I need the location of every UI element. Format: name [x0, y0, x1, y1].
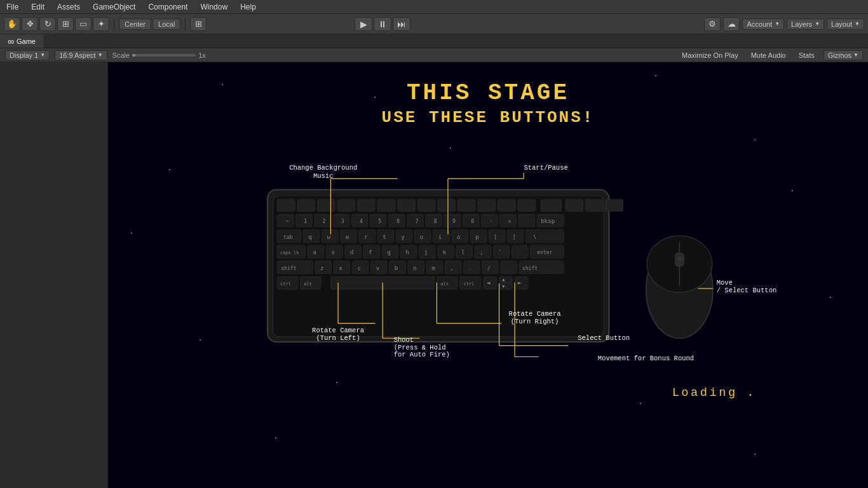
menu-help[interactable]: Help [238, 1, 259, 13]
svg-text:q: q [308, 233, 312, 240]
svg-rect-32 [519, 214, 535, 227]
layout-dropdown[interactable]: Layout ▼ [827, 18, 864, 30]
left-panel [0, 62, 108, 488]
svg-text:0: 0 [471, 218, 474, 224]
move-tool[interactable]: ✥ [22, 17, 38, 31]
svg-text:j: j [424, 248, 428, 255]
toolbar: ✋ ✥ ↻ ⊞ ▭ ✦ Center Local ⊞ ▶ ⏸ ⏭ ⚙ ☁ Acc… [0, 14, 868, 34]
svg-text:(Turn Left): (Turn Left) [316, 334, 360, 342]
svg-text:e: e [346, 233, 349, 240]
svg-text:8: 8 [434, 218, 437, 224]
pivot-center-btn[interactable]: Center [119, 18, 151, 30]
account-dropdown[interactable]: Account ▼ [742, 18, 784, 30]
game-tab-label: Game [17, 37, 36, 45]
stats-btn[interactable]: Stats [795, 51, 818, 60]
svg-text:alt: alt [440, 281, 449, 287]
game-tab[interactable]: ∞ Game [0, 34, 44, 48]
tab-bar: ∞ Game [0, 34, 868, 48]
menu-assets[interactable]: Assets [55, 1, 83, 13]
svg-text:]: ] [513, 234, 516, 240]
aspect-chevron: ▼ [98, 52, 103, 58]
maximize-on-play-btn[interactable]: Maximize On Play [678, 51, 742, 60]
svg-text:(Turn Right): (Turn Right) [511, 318, 559, 325]
step-button[interactable]: ⏭ [393, 17, 410, 31]
svg-text:Loading .: Loading . [672, 386, 756, 400]
sep-2 [185, 18, 186, 30]
svg-text:(Press & Hold: (Press & Hold [394, 344, 446, 351]
svg-text:c: c [357, 264, 361, 271]
svg-rect-8 [398, 200, 416, 212]
svg-text:t: t [383, 233, 386, 240]
svg-text:Change Background: Change Background [289, 164, 357, 172]
svg-rect-12 [478, 200, 496, 212]
svg-text:a: a [313, 248, 316, 255]
svg-text:2: 2 [323, 218, 326, 224]
svg-rect-17 [585, 200, 603, 212]
svg-rect-11 [458, 200, 475, 212]
hand-tool[interactable]: ✋ [4, 17, 20, 31]
collab-cloud-btn[interactable]: ☁ [723, 17, 740, 31]
svg-text:;: ; [480, 249, 483, 255]
svg-rect-139 [499, 283, 513, 289]
svg-text:,: , [450, 265, 453, 271]
right-toolbar: ⚙ ☁ Account ▼ Layers ▼ Layout ▼ [704, 17, 864, 31]
snap-btn[interactable]: ⊞ [190, 17, 207, 31]
svg-rect-16 [565, 200, 583, 212]
svg-text:l: l [461, 248, 465, 255]
svg-rect-3 [297, 200, 315, 212]
gizmos-dropdown[interactable]: Gizmos ▼ [824, 50, 863, 60]
pivot-local-btn[interactable]: Local [153, 18, 180, 30]
svg-text:3: 3 [341, 218, 344, 224]
svg-text:6: 6 [397, 218, 400, 224]
display-chevron: ▼ [40, 52, 45, 58]
gameview-controls: Display 1 ▼ 16:9 Aspect ▼ Scale 1x Maxim… [0, 48, 868, 62]
aspect-dropdown[interactable]: 16:9 Aspect ▼ [55, 50, 107, 60]
pivot-group: Center Local [119, 18, 180, 30]
svg-rect-2 [277, 200, 295, 212]
rotate-tool[interactable]: ↻ [39, 17, 56, 31]
svg-text:5: 5 [378, 218, 381, 224]
svg-rect-114 [501, 261, 517, 274]
svg-rect-6 [357, 200, 375, 212]
svg-rect-18 [606, 200, 623, 212]
menu-window[interactable]: Window [198, 1, 230, 13]
svg-text:-: - [489, 218, 492, 224]
game-diagram-svg: ~ 1 2 3 4 5 6 7 8 9 0 - = bksp [108, 62, 868, 488]
display-dropdown[interactable]: Display 1 ▼ [5, 50, 50, 60]
svg-text:/: / [487, 265, 491, 271]
transform-tool[interactable]: ✦ [93, 17, 109, 31]
rect-tool[interactable]: ▭ [75, 17, 92, 31]
svg-rect-5 [337, 200, 355, 212]
display-label: Display 1 [10, 51, 38, 59]
transform-tools: ✋ ✥ ↻ ⊞ ▭ ✦ [4, 17, 109, 31]
game-canvas: THIS STAGE USE THESE BUTTONS! [108, 62, 868, 488]
layout-chevron: ▼ [855, 21, 860, 27]
svg-text:1: 1 [304, 218, 307, 224]
scale-tool[interactable]: ⊞ [57, 17, 74, 31]
svg-text:/ Select Button: / Select Button [717, 287, 777, 294]
svg-text:ctrl: ctrl [463, 281, 474, 287]
svg-text:~: ~ [285, 218, 288, 224]
pause-button[interactable]: ⏸ [374, 17, 391, 31]
mute-audio-btn[interactable]: Mute Audio [747, 51, 790, 60]
menu-component[interactable]: Component [146, 1, 190, 13]
menu-gameobject[interactable]: GameObject [90, 1, 138, 13]
collab-settings-btn[interactable]: ⚙ [704, 17, 721, 31]
menu-edit[interactable]: Edit [29, 1, 47, 13]
scale-slider[interactable] [132, 54, 196, 57]
menu-bar: File Edit Assets GameObject Component Wi… [0, 0, 868, 14]
svg-text:h: h [405, 248, 409, 255]
menu-file[interactable]: File [4, 1, 21, 13]
svg-text:v: v [376, 264, 380, 271]
layers-dropdown[interactable]: Layers ▼ [787, 18, 824, 30]
svg-rect-176 [677, 257, 682, 261]
svg-text:Shoot: Shoot [394, 336, 414, 344]
svg-text:►: ► [518, 279, 522, 286]
play-button[interactable]: ▶ [355, 17, 372, 31]
svg-text:◄: ◄ [487, 279, 491, 286]
play-controls: ▶ ⏸ ⏭ [355, 17, 410, 31]
svg-rect-4 [317, 200, 335, 212]
account-chevron: ▼ [775, 21, 780, 27]
svg-text:m: m [431, 264, 435, 271]
svg-text:d: d [350, 248, 354, 255]
